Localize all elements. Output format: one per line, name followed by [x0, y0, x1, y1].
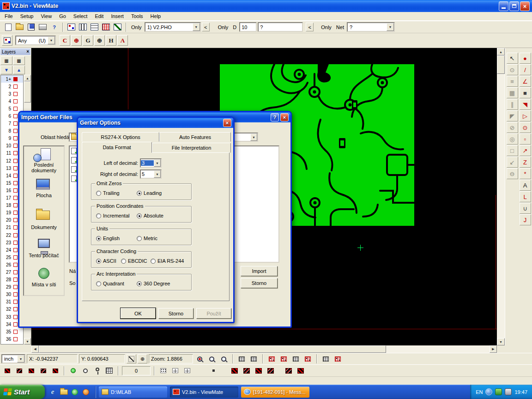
- center-target-icon[interactable]: ⊕: [71, 35, 82, 46]
- layer-color-swatch[interactable]: [13, 121, 18, 126]
- prev-net-button[interactable]: <: [306, 23, 314, 31]
- apply-button[interactable]: Použít: [196, 308, 231, 319]
- zoom-window-icon[interactable]: [206, 354, 217, 364]
- task-mlab-window[interactable]: D:\MLAB: [99, 387, 167, 398]
- void-tool-icon[interactable]: ⊘: [507, 122, 518, 133]
- layer-color-swatch[interactable]: [13, 307, 18, 311]
- layer-color-swatch[interactable]: [13, 92, 18, 96]
- layer-color-swatch[interactable]: [13, 174, 18, 178]
- active-dcode-box[interactable]: 0: [122, 366, 151, 375]
- dot-grid-icon[interactable]: [158, 365, 169, 376]
- language-indicator[interactable]: EN: [476, 389, 483, 395]
- film-pattern-icon[interactable]: [265, 365, 276, 376]
- fill-tool-icon[interactable]: ▦: [507, 87, 518, 98]
- close-button[interactable]: ×: [520, 1, 530, 11]
- layer-color-swatch[interactable]: [13, 136, 18, 140]
- layer-color-swatch[interactable]: [13, 107, 18, 111]
- layer-color-swatch[interactable]: [13, 196, 18, 200]
- cancel-button[interactable]: Storno: [241, 278, 278, 288]
- gerber-dialog-titlebar[interactable]: Gerber Options ×: [78, 118, 233, 128]
- menu-item[interactable]: Edit: [91, 12, 107, 20]
- menu-item[interactable]: File: [1, 12, 17, 20]
- radio-eia-rs244[interactable]: EIA RS-244: [151, 258, 184, 264]
- restore-button[interactable]: [509, 1, 519, 11]
- layers-tool-icon[interactable]: ≡: [507, 76, 518, 87]
- move-layer-up-icon[interactable]: ▲: [13, 66, 25, 74]
- radio-english[interactable]: English: [96, 236, 120, 241]
- film-pattern-icon[interactable]: [241, 365, 252, 376]
- radio-quadrant[interactable]: Quadrant: [96, 281, 124, 286]
- scroll-up-icon[interactable]: ▲: [24, 75, 31, 81]
- layer-color-swatch[interactable]: [13, 211, 18, 215]
- film-table-red-icon[interactable]: [278, 354, 289, 364]
- menu-item[interactable]: View: [37, 12, 55, 20]
- layer-color-swatch[interactable]: [13, 218, 18, 222]
- center-origin-icon[interactable]: ⊕: [138, 354, 147, 363]
- layer-color-swatch[interactable]: [13, 151, 18, 155]
- polyline-tool-icon[interactable]: ∠: [520, 76, 531, 87]
- new-file-icon[interactable]: [3, 22, 13, 32]
- label-tool-icon[interactable]: L: [520, 191, 531, 202]
- layer-color-swatch[interactable]: [13, 99, 18, 103]
- messenger-tray-icon[interactable]: [485, 388, 492, 395]
- draw-state-icon[interactable]: [68, 365, 79, 376]
- keyboard-tray-icon[interactable]: [505, 388, 512, 395]
- place-documents[interactable]: Dokumenty: [24, 208, 64, 230]
- layer-row-current[interactable]: 1+: [1, 75, 23, 83]
- tab-auto-features[interactable]: Auto Features: [159, 132, 231, 142]
- text-select-icon[interactable]: A: [117, 35, 128, 46]
- chevron-down-icon[interactable]: ▼: [48, 36, 55, 44]
- zoom-fit-icon[interactable]: [218, 354, 229, 364]
- pointer-tool-icon[interactable]: ↖: [507, 53, 518, 64]
- close-icon[interactable]: ×: [223, 119, 231, 127]
- layer-grid-icon[interactable]: ▦: [0, 56, 12, 65]
- report-icon[interactable]: [112, 22, 123, 32]
- origin-target-icon[interactable]: ⊕: [94, 35, 105, 46]
- left-decimal-combo[interactable]: 3 ▼: [140, 158, 162, 168]
- only-layer-label[interactable]: Only: [129, 24, 144, 30]
- horizontal-scrollbar[interactable]: ◀ ▶: [31, 345, 497, 353]
- radio-ebcdic[interactable]: EBCDIC: [121, 258, 147, 264]
- highlight-tool-icon[interactable]: H: [106, 35, 116, 46]
- scroll-up-icon[interactable]: ▲: [497, 48, 505, 55]
- sweep-tool-icon[interactable]: ↙: [507, 157, 518, 168]
- radio-360-degree[interactable]: 360 Degree: [137, 281, 170, 286]
- measure-diagonal-icon[interactable]: [127, 354, 136, 363]
- layer-color-swatch[interactable]: [13, 263, 18, 267]
- scroll-right-icon[interactable]: ▶: [490, 345, 497, 353]
- unit-combo[interactable]: inch ▼: [1, 354, 25, 363]
- layer-color-swatch[interactable]: [13, 159, 18, 163]
- layer-color-swatch[interactable]: [13, 270, 18, 274]
- dcode-input[interactable]: [239, 22, 257, 32]
- layer-color-swatch[interactable]: [13, 114, 18, 118]
- move-layer-down-icon[interactable]: ▼: [0, 66, 12, 74]
- place-desktop[interactable]: Plocha: [24, 178, 64, 198]
- minimize-button[interactable]: [499, 1, 508, 11]
- place-computer[interactable]: Tento počítač: [24, 238, 64, 258]
- layer-color-swatch[interactable]: [13, 322, 18, 326]
- net-combo[interactable]: ? ▼: [347, 22, 395, 32]
- target-tool-icon[interactable]: ◎: [507, 133, 518, 145]
- film-pattern-icon[interactable]: [229, 365, 240, 376]
- plane-tool-icon[interactable]: ■: [520, 87, 531, 98]
- radio-metric[interactable]: Metric: [137, 236, 157, 241]
- dcode-filter-input[interactable]: [258, 22, 303, 32]
- place-recent[interactable]: Poslední dokumenty: [24, 148, 64, 173]
- layer-color-swatch[interactable]: [13, 255, 18, 260]
- layer-color-swatch[interactable]: [13, 285, 18, 289]
- only-net-label[interactable]: Only: [319, 24, 333, 30]
- layer-color-swatch[interactable]: [13, 330, 18, 334]
- layer-color-swatch[interactable]: [13, 129, 18, 133]
- clear-marker-icon[interactable]: [80, 365, 91, 376]
- layer-color-swatch[interactable]: [13, 337, 18, 341]
- layer-combo[interactable]: 1) V2.PHO ▼: [145, 22, 201, 32]
- film-table-icon[interactable]: [236, 354, 247, 364]
- probe-icon[interactable]: [92, 365, 103, 376]
- layer-color-swatch[interactable]: [13, 166, 18, 170]
- layer-row[interactable]: 36: [1, 335, 23, 343]
- select-film-icon[interactable]: [14, 365, 24, 376]
- radio-leading[interactable]: Leading: [137, 190, 162, 196]
- layer-grid2-icon[interactable]: ▦: [13, 56, 25, 65]
- layer-color-swatch[interactable]: [13, 203, 18, 207]
- browser-icon[interactable]: [82, 388, 90, 396]
